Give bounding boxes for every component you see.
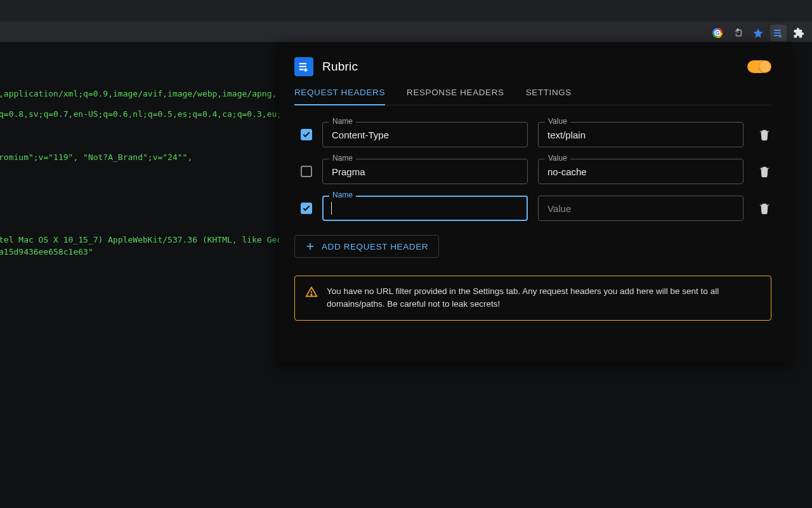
row-enabled-checkbox[interactable] xyxy=(301,203,312,214)
svg-rect-1 xyxy=(774,32,781,34)
field-label: Value xyxy=(545,154,570,163)
svg-rect-6 xyxy=(299,66,307,67)
field-label: Value xyxy=(545,117,570,126)
delete-row-icon[interactable] xyxy=(757,128,771,142)
svg-rect-7 xyxy=(299,69,304,70)
tab-response-headers[interactable]: RESPONSE HEADERS xyxy=(407,88,504,105)
enable-toggle[interactable] xyxy=(747,60,771,73)
svg-rect-5 xyxy=(299,63,307,64)
row-enabled-checkbox[interactable] xyxy=(301,166,312,177)
delete-row-icon[interactable] xyxy=(757,201,771,215)
header-row: Name xyxy=(301,196,771,221)
svg-rect-2 xyxy=(774,35,778,36)
header-name-input[interactable] xyxy=(322,159,528,184)
extensions-puzzle-icon[interactable] xyxy=(790,25,807,41)
svg-rect-9 xyxy=(304,69,308,70)
header-name-field[interactable]: Name xyxy=(322,196,528,221)
tab-settings[interactable]: SETTINGS xyxy=(526,88,572,105)
field-label: Name xyxy=(329,117,356,126)
popup-header: Rubric xyxy=(294,57,771,76)
add-request-header-button[interactable]: ADD REQUEST HEADER xyxy=(294,235,439,258)
header-value-field[interactable]: Value xyxy=(538,159,743,184)
header-name-input[interactable] xyxy=(322,196,528,221)
code-line: tel Mac OS X 10_15_7) AppleWebKit/537.36… xyxy=(0,234,282,246)
browser-toolbar-icons: G xyxy=(709,24,807,42)
header-row: Name Value xyxy=(301,122,771,147)
header-rows: Name Value Name Value xyxy=(294,122,771,221)
code-line: q=0.8,sv;q=0.7,en-US;q=0.6,nl;q=0.5,es;q… xyxy=(0,108,282,121)
svg-rect-0 xyxy=(774,30,781,31)
row-enabled-checkbox[interactable] xyxy=(301,129,312,140)
tabs: REQUEST HEADERS RESPONSE HEADERS SETTING… xyxy=(294,88,771,105)
browser-toolbar xyxy=(0,22,812,42)
header-value-field[interactable]: Value xyxy=(538,122,743,147)
add-button-label: ADD REQUEST HEADER xyxy=(322,242,428,251)
app-title: Rubric xyxy=(322,60,358,74)
plus-icon xyxy=(305,241,315,251)
browser-tabstrip xyxy=(0,0,812,22)
delete-row-icon[interactable] xyxy=(757,164,771,178)
google-account-icon[interactable]: G xyxy=(709,25,726,41)
svg-rect-4 xyxy=(778,36,782,37)
header-value-input[interactable] xyxy=(538,159,743,184)
code-line: romium";v="119", "Not?A_Brand";v="24"", xyxy=(0,151,192,164)
bookmark-star-icon[interactable] xyxy=(750,25,766,41)
extension-popup: Rubric REQUEST HEADERS RESPONSE HEADERS … xyxy=(279,42,792,363)
header-name-field[interactable]: Name xyxy=(322,122,528,147)
header-value-field[interactable] xyxy=(538,196,743,221)
warning-text: You have no URL filter provided in the S… xyxy=(327,285,761,311)
header-row: Name Value xyxy=(301,159,771,184)
field-label: Name xyxy=(329,154,356,163)
svg-point-13 xyxy=(311,294,312,295)
code-line: a15d9436ee658c1e63" xyxy=(0,246,93,258)
warning-alert: You have no URL filter provided in the S… xyxy=(294,276,771,321)
app-logo-icon xyxy=(294,57,313,76)
tab-request-headers[interactable]: REQUEST HEADERS xyxy=(294,88,385,105)
header-name-field[interactable]: Name xyxy=(322,159,528,184)
warning-icon xyxy=(305,286,318,298)
header-name-input[interactable] xyxy=(322,122,528,147)
header-value-input[interactable] xyxy=(538,122,743,147)
text-cursor xyxy=(331,202,332,215)
field-label: Name xyxy=(329,190,356,199)
rubric-extension-icon[interactable] xyxy=(770,25,787,41)
header-value-input[interactable] xyxy=(538,196,743,221)
code-line: ,application/xml;q=0.9,image/avif,image/… xyxy=(0,88,277,100)
share-icon[interactable] xyxy=(730,25,746,41)
